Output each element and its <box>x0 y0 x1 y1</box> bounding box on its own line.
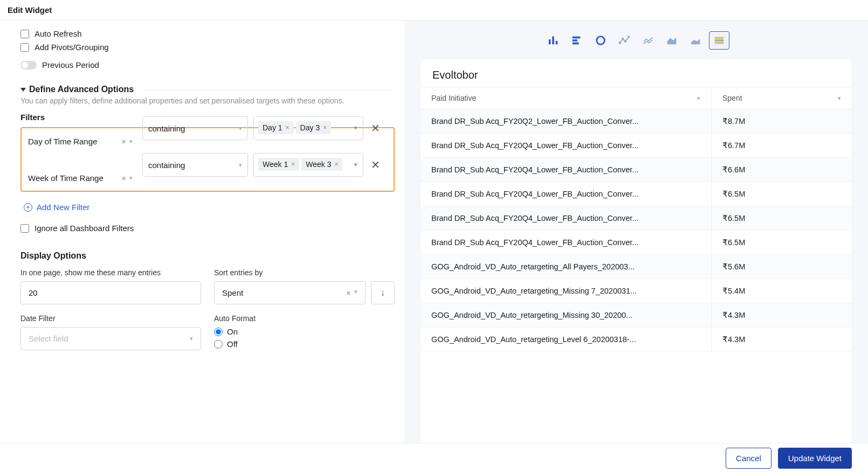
table-row[interactable]: Brand DR_Sub Acq_FY20Q2_Lower_FB_Auction… <box>421 109 852 134</box>
area-chart-icon[interactable] <box>662 31 682 50</box>
table-body[interactable]: Brand DR_Sub Acq_FY20Q2_Lower_FB_Auction… <box>421 109 852 468</box>
cell-initiative: GOG_Android_VD_Auto_retargeting_Level 6_… <box>421 328 712 351</box>
filter-op-select-2[interactable]: containing ▾ <box>142 153 248 177</box>
filter-tag[interactable]: Week 3× <box>301 158 342 171</box>
remove-filter-button-1[interactable]: ✕ <box>369 116 382 135</box>
multiline-chart-icon[interactable] <box>638 31 658 50</box>
cell-spent: ₹6.6M <box>712 158 852 182</box>
update-widget-button[interactable]: Update Widget <box>778 448 852 469</box>
table-row[interactable]: Brand DR_Sub Acq_FY20Q4_Lower_FB_Auction… <box>421 206 852 231</box>
column-header-initiative[interactable]: Paid Initiative▾ <box>421 87 712 109</box>
add-pivots-row[interactable]: Add Pivots/Grouping <box>20 40 395 54</box>
auto-refresh-label: Auto Refresh <box>35 29 82 38</box>
filter-tag[interactable]: Day 3× <box>296 121 332 134</box>
autoformat-off-row[interactable]: Off <box>214 339 395 349</box>
chevron-down-icon[interactable]: ▾ <box>838 95 841 102</box>
chevron-down-icon[interactable]: ▾ <box>190 335 193 342</box>
cell-initiative: GOG_Android_VD_Auto_retargeting_Missing … <box>421 303 712 327</box>
table-row[interactable]: GOG_Android_VD_Auto_retargeting_Level 6_… <box>421 328 852 352</box>
auto-refresh-row[interactable]: Auto Refresh <box>20 27 395 40</box>
plus-icon: + <box>24 203 32 212</box>
table-header: Paid Initiative▾ Spent▾ <box>421 87 852 109</box>
sort-field-select[interactable]: Spent ×▾ <box>214 281 366 304</box>
autoformat-on-radio[interactable] <box>214 328 223 336</box>
preview-pane: Evoltobor Paid Initiative▾ Spent▾ Brand … <box>404 20 868 473</box>
table-row[interactable]: Brand DR_Sub Acq_FY20Q4_Lower_FB_Auction… <box>421 231 852 255</box>
table-row[interactable]: Brand DR_Sub Acq_FY20Q4_Lower_FB_Auction… <box>421 134 852 158</box>
chart-type-switcher <box>421 31 852 50</box>
footer: Cancel Update Widget <box>0 443 868 473</box>
table-row[interactable]: GOG_Android_VD_Auto_retargeting_Missing … <box>421 279 852 303</box>
clear-icon[interactable]: × <box>121 173 126 183</box>
chevron-down-icon[interactable]: ▾ <box>239 125 242 132</box>
previous-period-toggle[interactable] <box>20 61 37 69</box>
advanced-desc: You can apply filters, define additional… <box>20 96 395 105</box>
ignore-filters-row[interactable]: Ignore all Dashboard Filters <box>20 221 395 235</box>
filter-values-2[interactable]: Week 1× Week 3× ▾ <box>253 153 363 177</box>
remove-tag-icon[interactable]: × <box>286 124 290 131</box>
cell-spent: ₹6.5M <box>712 182 852 206</box>
date-filter-select[interactable]: Select field ▾ <box>20 327 201 350</box>
svg-rect-11 <box>715 37 724 39</box>
filter-values-1[interactable]: Day 1× Day 3× ▾ <box>253 116 363 140</box>
remove-tag-icon[interactable]: × <box>323 124 327 131</box>
hbar-chart-icon[interactable] <box>567 31 587 50</box>
svg-rect-5 <box>573 43 579 45</box>
autoformat-off-radio[interactable] <box>214 340 223 349</box>
auto-refresh-checkbox[interactable] <box>20 30 29 38</box>
add-pivots-checkbox[interactable] <box>20 43 29 52</box>
table-row[interactable]: GOG_Android_VD_Auto_retargeting_All Paye… <box>421 255 852 279</box>
clear-icon[interactable]: × <box>121 137 126 146</box>
svg-rect-4 <box>573 39 577 41</box>
sort-direction-button[interactable]: ↓ <box>371 281 395 304</box>
table-row[interactable]: GOG_Android_VD_Auto_retargeting_Missing … <box>421 303 852 328</box>
autoformat-label: Auto Format <box>214 314 395 323</box>
stacked-area-chart-icon[interactable] <box>685 31 706 50</box>
filter-tag[interactable]: Week 1× <box>258 158 299 171</box>
chevron-down-icon[interactable]: ▾ <box>239 162 242 169</box>
cell-initiative: Brand DR_Sub Acq_FY20Q2_Lower_FB_Auction… <box>421 109 712 133</box>
autoformat-on-row[interactable]: On <box>214 327 395 336</box>
clear-icon[interactable]: × <box>346 288 351 297</box>
table-chart-icon[interactable] <box>709 31 729 50</box>
svg-rect-12 <box>715 39 724 41</box>
cell-spent: ₹8.7M <box>712 109 852 133</box>
remove-tag-icon[interactable]: × <box>291 161 295 168</box>
chevron-down-icon[interactable]: ▾ <box>697 95 700 102</box>
line-chart-icon[interactable] <box>614 31 635 50</box>
chevron-down-icon[interactable]: ▾ <box>354 124 357 131</box>
bar-chart-icon[interactable] <box>543 31 563 50</box>
cell-spent: ₹5.6M <box>712 255 852 279</box>
add-pivots-label: Add Pivots/Grouping <box>35 43 109 52</box>
remove-tag-icon[interactable]: × <box>334 161 338 168</box>
svg-rect-2 <box>556 41 558 44</box>
settings-pane: Auto Refresh Add Pivots/Grouping Previou… <box>0 20 404 473</box>
cell-initiative: Brand DR_Sub Acq_FY20Q4_Lower_FB_Auction… <box>421 158 712 182</box>
svg-point-8 <box>622 38 624 40</box>
svg-rect-0 <box>549 39 551 44</box>
filter-field-select-1[interactable]: Day of Time Range ×▾ <box>23 129 138 153</box>
previous-period-row[interactable]: Previous Period <box>20 54 395 73</box>
ignore-filters-checkbox[interactable] <box>20 224 29 233</box>
column-header-spent[interactable]: Spent▾ <box>712 87 852 109</box>
chevron-down-icon[interactable]: ▾ <box>354 288 357 297</box>
chevron-down-icon[interactable]: ▾ <box>129 175 133 182</box>
add-filter-button[interactable]: + Add New Filter <box>24 203 395 212</box>
donut-chart-icon[interactable] <box>590 31 611 50</box>
page-size-input[interactable]: 20 <box>20 281 201 304</box>
table-row[interactable]: Brand DR_Sub Acq_FY20Q4_Lower_FB_Auction… <box>421 158 852 182</box>
collapse-icon[interactable] <box>20 88 26 92</box>
table-row[interactable]: Brand DR_Sub Acq_FY20Q4_Lower_FB_Auction… <box>421 182 852 206</box>
filter-op-select-1[interactable]: containing ▾ <box>142 116 248 140</box>
cell-spent: ₹6.5M <box>712 206 852 230</box>
filter-tag[interactable]: Day 1× <box>258 121 294 134</box>
cell-initiative: Brand DR_Sub Acq_FY20Q4_Lower_FB_Auction… <box>421 231 712 254</box>
chevron-down-icon[interactable]: ▾ <box>129 138 133 145</box>
filter-field-select-2[interactable]: Week of Time Range ×▾ <box>23 166 138 190</box>
cell-spent: ₹6.5M <box>712 231 852 254</box>
chevron-down-icon[interactable]: ▾ <box>354 161 357 168</box>
cell-initiative: GOG_Android_VD_Auto_retargeting_Missing … <box>421 279 712 303</box>
remove-filter-button-2[interactable]: ✕ <box>369 153 382 171</box>
cancel-button[interactable]: Cancel <box>726 448 771 469</box>
previous-period-label: Previous Period <box>42 60 99 69</box>
